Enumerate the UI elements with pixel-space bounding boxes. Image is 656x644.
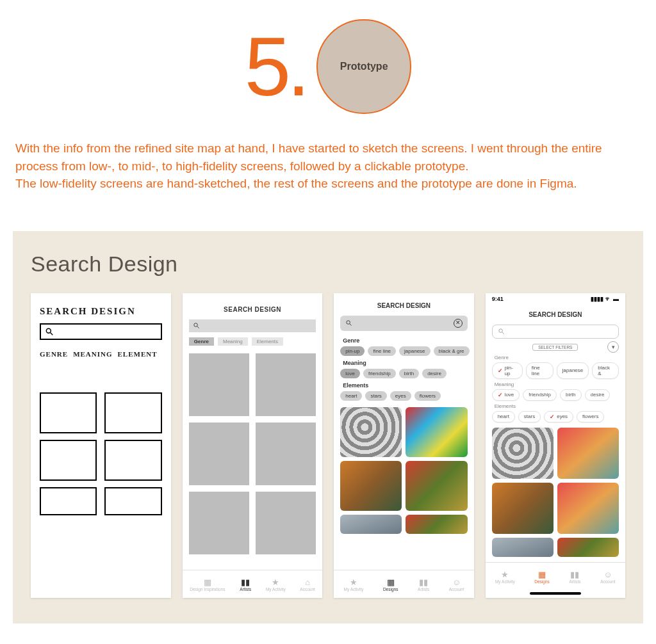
chip[interactable]: birth [399, 369, 420, 378]
nav-artists[interactable]: ▮▮Artists [418, 578, 429, 592]
chip[interactable]: heart [492, 411, 515, 423]
nav-account[interactable]: ☺Account [449, 578, 464, 592]
grid-icon: ▦ [204, 578, 211, 586]
sketch-grid [40, 392, 162, 515]
result-thumb[interactable] [340, 407, 402, 457]
sketch-cell [40, 440, 97, 481]
chip[interactable]: friendship [363, 369, 396, 378]
search-icon [498, 328, 505, 335]
sketch-cell [104, 487, 161, 515]
nav-label: My Activity [495, 579, 515, 584]
chip[interactable]: desire [422, 369, 447, 378]
sketch-cell [40, 487, 97, 515]
result-thumb[interactable] [492, 483, 554, 534]
lowfi-tab[interactable]: Genre [189, 337, 214, 346]
lowfi-cell[interactable] [189, 423, 249, 485]
result-thumb[interactable] [406, 461, 467, 511]
chip[interactable]: heart [340, 391, 362, 401]
chip[interactable]: pin-up [340, 346, 365, 356]
nav-designs[interactable]: ▦Designs [383, 578, 398, 592]
chip[interactable]: black & gre [434, 346, 470, 356]
lowfi-cell[interactable] [189, 353, 249, 416]
chip[interactable]: japanese [399, 346, 430, 356]
check-icon: ✓ [550, 414, 555, 420]
chip[interactable]: flowers [577, 411, 604, 423]
result-thumb[interactable] [557, 538, 619, 557]
chip[interactable]: stars [518, 411, 541, 423]
result-thumb[interactable] [406, 407, 467, 457]
nav-label: Designs [383, 587, 398, 592]
svg-point-0 [46, 328, 51, 333]
stage-number: 5. [245, 25, 306, 108]
clear-icon[interactable]: ✕ [454, 319, 463, 328]
lowfi-tab[interactable]: Elements [252, 337, 283, 346]
nav-design[interactable]: ▦Design Inspirations [190, 578, 225, 592]
nav-activity[interactable]: ★My Activity [495, 570, 515, 584]
star-icon: ★ [501, 570, 509, 579]
lowfi-cell[interactable] [256, 353, 316, 416]
check-icon: ✓ [498, 392, 503, 398]
hifi-search[interactable] [492, 325, 619, 339]
signal-icon: ▮▮▮▮ [591, 296, 603, 302]
nav-artists[interactable]: ▮▮Artists [569, 570, 580, 584]
nav-label: My Activity [344, 587, 364, 592]
lowfi-cell[interactable] [256, 423, 316, 485]
chip[interactable]: japanese [557, 362, 589, 379]
screen-hifi: 9:41 ▮▮▮▮ ᯤ ▬ SEARCH DESIGN SE [486, 293, 625, 598]
stage-header: 5. Prototype [13, 19, 643, 114]
result-thumb[interactable] [492, 538, 554, 557]
lowfi-title: SEARCH DESIGN [189, 306, 316, 313]
result-thumb[interactable] [492, 428, 554, 479]
result-thumb[interactable] [557, 428, 619, 479]
chip[interactable]: friendship [523, 389, 557, 401]
chip[interactable]: fine line [368, 346, 396, 356]
nav-account[interactable]: ⌂Account [300, 578, 315, 592]
sketch-title: SEARCH DESIGN [40, 306, 162, 317]
chip[interactable]: ✓pin-up [492, 362, 523, 379]
chip[interactable]: ✓love [492, 389, 520, 401]
lowfi-cell[interactable] [256, 492, 316, 554]
lowfi-cell[interactable] [189, 492, 249, 554]
chip[interactable]: ✓eyes [544, 411, 573, 423]
nav-label: My Activity [266, 587, 286, 592]
chip[interactable]: birth [560, 389, 582, 401]
funnel-icon[interactable]: ▾ [607, 341, 619, 353]
nav-artists[interactable]: ▮▮Artists [240, 578, 251, 592]
svg-line-5 [350, 324, 352, 326]
sketch-search[interactable] [40, 323, 162, 340]
nav-account[interactable]: ☺Account [600, 570, 616, 584]
star-icon: ★ [272, 578, 279, 586]
result-thumb[interactable] [557, 483, 619, 534]
result-thumb[interactable] [340, 461, 402, 511]
nav-activity[interactable]: ★My Activity [266, 578, 286, 592]
grid-icon: ▦ [538, 570, 546, 579]
chip-row: love friendship birth desire [340, 369, 467, 378]
chip[interactable]: flowers [414, 391, 441, 401]
person-icon: ☺ [603, 570, 612, 579]
midfi-search[interactable]: ✕ [340, 316, 467, 331]
chip-label: eyes [557, 414, 568, 419]
person-icon: ☺ [452, 578, 461, 586]
grid-icon: ▦ [387, 578, 395, 586]
chip[interactable]: fine line [526, 362, 554, 379]
result-grid [492, 428, 619, 557]
nav-activity[interactable]: ★My Activity [344, 578, 364, 592]
sketch-tab[interactable]: ELEMENT [118, 350, 158, 358]
intro-paragraph: With the info from the refined site map … [13, 140, 643, 193]
chip[interactable]: love [340, 369, 360, 378]
chip[interactable]: eyes [390, 391, 411, 401]
nav-designs[interactable]: ▦Designs [534, 570, 549, 584]
result-thumb[interactable] [340, 515, 402, 534]
tabbar: ★My Activity ▦Designs ▮▮Artists ☺Account [486, 562, 625, 590]
chip[interactable]: black & [592, 362, 619, 379]
result-thumb[interactable] [406, 515, 467, 534]
chip[interactable]: stars [365, 391, 386, 401]
filters-header: SELECT FILTERS ▾ [492, 344, 619, 351]
home-indicator [530, 592, 581, 595]
screens-row: SEARCH DESIGN GENRE MEANING ELEMENT [31, 293, 625, 598]
chip[interactable]: desire [585, 389, 611, 401]
sketch-tab[interactable]: GENRE [40, 350, 68, 358]
sketch-tab[interactable]: MEANING [73, 350, 112, 358]
lowfi-tab[interactable]: Meaning [218, 337, 248, 346]
lowfi-search[interactable] [189, 319, 316, 332]
